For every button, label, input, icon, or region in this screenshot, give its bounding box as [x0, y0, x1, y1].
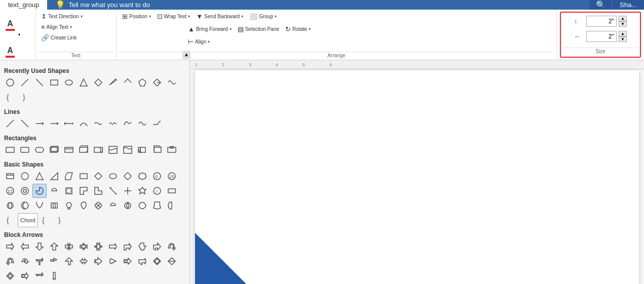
shape-item[interactable]	[62, 184, 76, 198]
shape-item[interactable]	[3, 198, 17, 213]
height-decrement-button[interactable]: ▼	[619, 21, 627, 27]
shape-item[interactable]	[135, 184, 149, 198]
width-increment-button[interactable]: ▲	[619, 31, 627, 36]
shape-item[interactable]	[77, 239, 91, 254]
shape-item[interactable]	[121, 116, 135, 131]
shape-item[interactable]	[121, 254, 135, 268]
shape-item[interactable]	[62, 169, 76, 183]
shape-item[interactable]	[91, 169, 105, 183]
selection-pane-button[interactable]: ▤ Selection Pane	[235, 24, 282, 34]
shape-item[interactable]	[18, 143, 32, 157]
shape-item[interactable]	[32, 269, 47, 283]
tab-format[interactable]: text_group	[0, 0, 47, 10]
shape-item[interactable]: }	[53, 213, 67, 227]
shape-item[interactable]	[3, 75, 17, 90]
shape-item[interactable]	[47, 254, 61, 268]
shape-item[interactable]	[106, 184, 120, 198]
chord-shape-item[interactable]	[32, 184, 47, 198]
shape-item[interactable]: 0	[150, 169, 164, 183]
shape-item[interactable]	[121, 143, 135, 157]
shape-item[interactable]	[62, 143, 76, 157]
shape-item[interactable]	[18, 169, 32, 183]
shape-item[interactable]	[47, 184, 61, 198]
shape-item[interactable]	[150, 116, 164, 131]
shape-item[interactable]	[135, 254, 149, 268]
shape-item[interactable]	[62, 75, 76, 90]
shape-item[interactable]	[135, 169, 149, 183]
shape-item[interactable]	[135, 75, 149, 90]
shape-item[interactable]	[91, 184, 105, 198]
shape-item[interactable]	[32, 254, 47, 268]
shape-item[interactable]	[150, 75, 164, 90]
shape-item[interactable]	[165, 239, 179, 254]
search-icon-area[interactable]: 🔍	[590, 0, 612, 10]
shape-item[interactable]	[135, 239, 149, 254]
shape-item[interactable]	[135, 143, 149, 157]
shape-item[interactable]	[18, 254, 32, 268]
shape-item[interactable]	[62, 254, 76, 268]
shape-item[interactable]	[32, 169, 47, 183]
shape-item[interactable]: 10	[165, 169, 179, 183]
rotate-button[interactable]: ↻ Rotate ▾	[283, 24, 313, 34]
create-link-button[interactable]: 🔗 Create Link	[39, 33, 79, 43]
shape-item[interactable]	[165, 254, 179, 268]
shape-item[interactable]	[3, 269, 17, 283]
shape-item[interactable]: }	[18, 90, 32, 104]
shape-item[interactable]	[91, 143, 105, 157]
shape-item[interactable]	[121, 75, 135, 90]
wrap-text-button[interactable]: ⊡ Wrap Text ▾	[155, 12, 193, 21]
shape-item[interactable]	[135, 116, 149, 131]
shape-item[interactable]	[47, 116, 61, 131]
shape-item[interactable]	[18, 75, 32, 90]
shape-item[interactable]	[91, 254, 105, 268]
shape-item[interactable]	[62, 116, 76, 131]
shape-item[interactable]	[62, 239, 76, 254]
shape-item[interactable]	[77, 116, 91, 131]
shape-item[interactable]	[77, 254, 91, 268]
shape-item[interactable]	[150, 254, 164, 268]
width-decrement-button[interactable]: ▼	[619, 36, 627, 42]
shape-item[interactable]	[62, 198, 76, 213]
align-text-button[interactable]: ≡ Align Text ▾	[39, 22, 74, 32]
height-increment-button[interactable]: ▲	[619, 16, 627, 21]
shape-item[interactable]	[106, 239, 120, 254]
shape-item[interactable]	[106, 254, 120, 268]
tell-me-bar[interactable]: 💡 Tell me what you want to do	[47, 0, 590, 10]
shape-item[interactable]	[91, 239, 105, 254]
shape-item[interactable]	[77, 169, 91, 183]
send-backward-button[interactable]: ▼ Send Backward ▾	[194, 12, 246, 21]
shape-item[interactable]	[47, 269, 61, 283]
shape-item[interactable]	[106, 116, 120, 131]
shape-item[interactable]: {	[3, 90, 17, 104]
shape-item[interactable]	[121, 239, 135, 254]
shape-item[interactable]: {	[3, 213, 17, 227]
shape-item[interactable]	[32, 75, 47, 90]
position-button[interactable]: ⊞ Position ▾	[120, 12, 154, 21]
shape-item[interactable]	[150, 143, 164, 157]
shape-item[interactable]	[165, 184, 179, 198]
shape-item[interactable]	[106, 75, 120, 90]
shape-item[interactable]	[91, 198, 105, 213]
shape-item[interactable]	[91, 116, 105, 131]
shape-item[interactable]	[47, 75, 61, 90]
shape-item[interactable]	[165, 198, 179, 213]
shape-item[interactable]	[32, 198, 47, 213]
shape-item[interactable]	[77, 143, 91, 157]
shape-item[interactable]	[18, 184, 32, 198]
shape-item[interactable]	[47, 169, 61, 183]
shape-item[interactable]	[77, 184, 91, 198]
shape-item[interactable]	[18, 198, 32, 213]
shape-item[interactable]	[3, 254, 17, 268]
shape-item[interactable]	[121, 184, 135, 198]
font-color-dropdown-1[interactable]: ▾	[17, 12, 21, 38]
shape-item[interactable]	[135, 198, 149, 213]
shape-item[interactable]	[106, 169, 120, 183]
shape-item[interactable]	[18, 116, 32, 131]
shape-item[interactable]	[3, 116, 17, 131]
shape-item[interactable]	[18, 239, 32, 254]
shape-item[interactable]	[91, 75, 105, 90]
height-input[interactable]	[586, 16, 617, 27]
shape-item[interactable]	[77, 75, 91, 90]
width-input[interactable]	[586, 31, 617, 42]
blue-triangle-shape[interactable]	[195, 233, 256, 284]
